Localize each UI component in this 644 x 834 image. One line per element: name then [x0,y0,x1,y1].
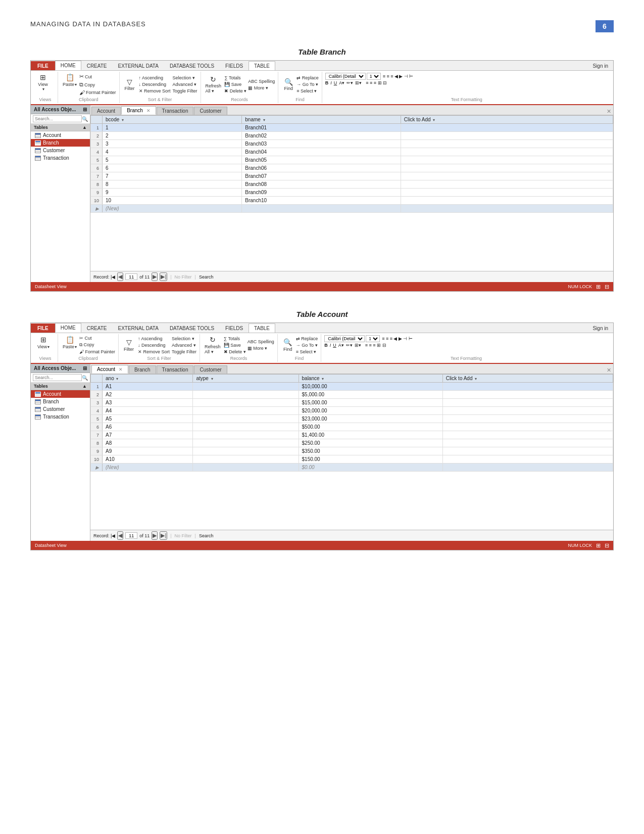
copy-button-branch[interactable]: ⧉ Copy [79,81,116,88]
bcode-cell[interactable]: 8 [103,180,242,189]
nav-item-transaction-account[interactable]: Transaction [31,413,90,421]
tab-table-branch[interactable]: TABLE [249,61,275,70]
tab-external-branch[interactable]: EXTERNAL DATA [113,61,164,70]
table-row[interactable]: 1 A1 $10,000.00 [91,383,613,391]
selection-button-account[interactable]: Selection ▾ [172,336,196,342]
extra-cell[interactable] [401,180,613,189]
new-row-balance[interactable]: $0.00 [299,464,442,472]
totals-button-branch[interactable]: ∑ Totals [224,75,246,81]
ano-cell[interactable]: A9 [103,447,193,455]
table-row[interactable]: 2 2 Branch02 [91,132,613,140]
bcode-cell[interactable]: 2 [103,132,242,140]
replace-button-account[interactable]: ⇄ Replace [296,336,318,342]
nav-item-transaction-branch[interactable]: Transaction [31,154,90,162]
remove-sort-button-branch[interactable]: ✕ Remove Sort [139,88,171,94]
goto-button-branch[interactable]: → Go To ▾ [296,81,319,87]
extra-cell[interactable] [401,189,613,197]
ano-cell[interactable]: A5 [103,415,193,423]
obj-tab-transaction-branch[interactable]: Transaction [157,107,194,115]
bname-cell[interactable]: Branch03 [242,140,401,148]
underline-button-branch[interactable]: U [334,80,337,85]
balance-cell[interactable]: $250.00 [299,439,442,447]
bname-cell[interactable]: Branch01 [242,124,401,132]
save-button-branch[interactable]: 💾 Save [224,81,246,87]
tab-dbtools-branch[interactable]: DATABASE TOOLS [164,61,220,70]
paste-button-account[interactable]: 📋 Paste▾ [61,335,78,350]
sign-in-branch[interactable]: Sign in [587,62,613,70]
extra-cell[interactable] [401,140,613,148]
tab-fields-branch[interactable]: FIELDS [220,61,249,70]
atype-cell[interactable] [193,431,299,439]
obj-tab-customer-account[interactable]: Customer [194,365,227,374]
ano-cell[interactable]: A4 [103,407,193,415]
bname-cell[interactable]: Branch05 [242,156,401,164]
ano-cell[interactable]: A7 [103,431,193,439]
align-buttons-branch[interactable]: ≡ ≡ ≡ ⊞ ⊟ [366,80,387,85]
bcode-cell[interactable]: 7 [103,172,242,180]
col-clicktoadd-account[interactable]: Click to Add ▾ [442,375,613,383]
advanced-button-account[interactable]: Advanced ▾ [172,342,196,348]
col-atype-account[interactable]: atype ▾ [193,375,299,383]
obj-tab-customer-branch[interactable]: Customer [194,107,227,115]
table-row[interactable]: 6 6 Branch06 [91,164,613,172]
col-ano-account[interactable]: ano ▾ [103,375,193,383]
tab-external-account[interactable]: EXTERNAL DATA [113,323,164,333]
format-painter-button-branch[interactable]: 🖌 Format Painter [79,89,116,96]
nav-item-account-branch[interactable]: Account [31,131,90,139]
totals-button-account[interactable]: ∑ Totals [224,336,246,342]
table-row[interactable]: 10 10 Branch10 [91,197,613,205]
highlight-button-branch[interactable]: ✏▾ [346,80,353,85]
balance-cell[interactable]: $500.00 [299,423,442,431]
obj-tab-account-branch[interactable]: Account [91,107,121,115]
nav-last-account[interactable]: ▶| [160,531,167,540]
filter-button-account[interactable]: ▽ Filter [122,338,136,352]
tab-file-account[interactable]: FILE [31,323,55,333]
bcode-cell[interactable]: 5 [103,156,242,164]
ano-cell[interactable]: A3 [103,399,193,407]
layout-icon-status-branch[interactable]: ⊟ [605,284,609,290]
table-row[interactable]: 10 A10 $150.00 [91,455,613,464]
bname-cell[interactable]: Branch02 [242,132,401,140]
view-icon-status-account[interactable]: ⊞ [596,542,601,549]
bold-button-account[interactable]: B [324,343,328,348]
table-row[interactable]: 3 3 Branch03 [91,140,613,148]
table-row[interactable]: 9 9 Branch09 [91,189,613,197]
remove-sort-button-account[interactable]: ✕ Remove Sort [138,349,170,355]
balance-cell[interactable]: $23,000.00 [299,415,442,423]
goto-button-account[interactable]: → Go To ▾ [296,342,318,348]
extra-cell[interactable] [401,124,613,132]
tab-home-account[interactable]: HOME [55,323,81,333]
balance-cell[interactable]: $5,000.00 [299,391,442,399]
ano-cell[interactable]: A10 [103,455,193,464]
table-row[interactable]: 2 A2 $5,000.00 [91,391,613,399]
nav-page-branch[interactable] [125,273,137,280]
ano-cell[interactable]: A8 [103,439,193,447]
table-row[interactable]: 1 1 Branch01 [91,124,613,132]
font-size-select-account[interactable]: 11 [366,335,380,342]
replace-button-branch[interactable]: ⇄ Replace [296,75,319,81]
nav-item-branch-account[interactable]: Branch [31,398,90,405]
new-row[interactable]: ▶ (New) $0.00 [91,464,613,472]
refresh-button-branch[interactable]: ↻ RefreshAll ▾ [204,75,223,95]
ascending-button-branch[interactable]: ↑ Ascending [139,75,171,81]
obj-tabs-right-branch[interactable]: ✕ [607,108,613,115]
extra-cell[interactable] [442,383,613,391]
tab-home-branch[interactable]: HOME [55,61,81,70]
nav-first-branch[interactable]: ◀ [117,272,123,281]
bcode-cell[interactable]: 3 [103,140,242,148]
balance-cell[interactable]: $150.00 [299,455,442,464]
toggle-filter-button-branch[interactable]: Toggle Filter [173,88,197,94]
save-button-account[interactable]: 💾 Save [224,342,246,348]
balance-cell[interactable]: $1,400.00 [299,431,442,439]
bcode-cell[interactable]: 4 [103,148,242,156]
extra-cell[interactable] [442,423,613,431]
balance-cell[interactable]: $20,000.00 [299,407,442,415]
ano-cell[interactable]: A6 [103,423,193,431]
extra-cell[interactable] [401,156,613,164]
nav-pane-collapse-icon-account[interactable]: ⊞ [83,365,87,371]
extra-cell[interactable] [401,172,613,180]
extra-cell[interactable] [442,399,613,407]
table-row[interactable]: 8 8 Branch08 [91,180,613,189]
italic-button-account[interactable]: I [330,343,331,348]
grid-lines-button-account[interactable]: ⊞▾ [355,343,361,348]
